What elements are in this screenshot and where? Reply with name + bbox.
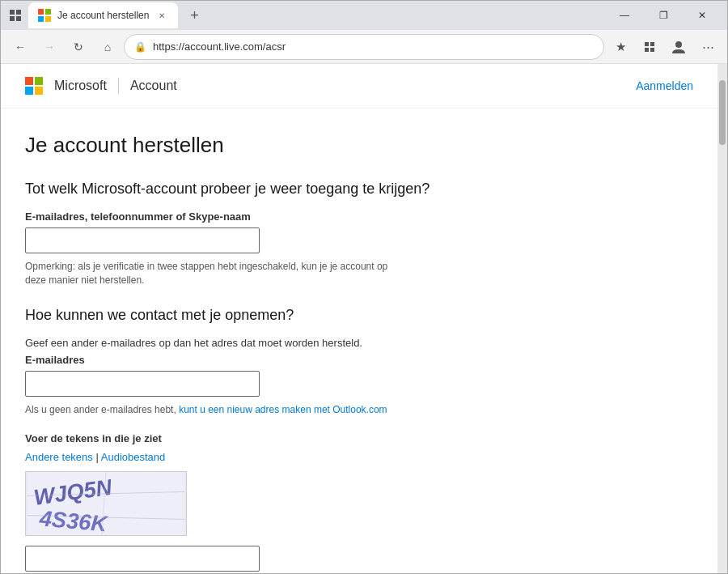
account-input[interactable] xyxy=(25,227,260,253)
svg-rect-4 xyxy=(38,9,44,15)
browser-tab[interactable]: Je account herstellen ✕ xyxy=(28,2,178,28)
captcha-label: Voer de tekens in die je ziet xyxy=(25,432,462,444)
email-input[interactable] xyxy=(25,371,260,397)
home-btn[interactable]: ⌂ xyxy=(95,34,121,60)
scrollbar[interactable] xyxy=(717,64,727,573)
field1-note: Opmerking: als je verificatie in twee st… xyxy=(25,260,389,287)
svg-rect-2 xyxy=(10,16,15,21)
form-area: Je account herstellen Tot welk Microsoft… xyxy=(1,108,486,573)
svg-rect-7 xyxy=(45,16,51,22)
profile-icon[interactable] xyxy=(666,34,692,60)
captcha-links: Andere tekens | Audiobestand xyxy=(25,451,462,463)
field2-label: E-mailadres xyxy=(25,354,462,366)
brand-name: Microsoft xyxy=(54,79,107,93)
refresh-btn[interactable]: ↻ xyxy=(66,34,91,60)
logo-blue xyxy=(25,87,33,95)
refresh-captcha-link[interactable]: Andere tekens xyxy=(25,451,93,463)
collections-icon[interactable] xyxy=(637,34,662,60)
page-wrapper: Microsoft Account Aanmelden Je account h… xyxy=(1,64,727,573)
header-divider xyxy=(118,78,119,94)
grid-icon[interactable] xyxy=(7,7,23,23)
logo-red xyxy=(25,77,33,85)
favorites-icon[interactable]: ★ xyxy=(607,34,633,60)
scrollbar-thumb[interactable] xyxy=(719,80,726,145)
svg-rect-0 xyxy=(10,10,15,15)
settings-icon[interactable]: ⋯ xyxy=(695,34,721,60)
tab-title: Je account herstellen xyxy=(57,10,149,21)
svg-rect-11 xyxy=(650,48,654,52)
no-email-note: Als u geen ander e-mailadres hebt, kunt … xyxy=(25,403,389,417)
maximize-btn[interactable]: ❐ xyxy=(645,2,682,28)
signin-link[interactable]: Aanmelden xyxy=(636,79,693,92)
microsoft-logo xyxy=(25,77,43,95)
captcha-section: Voer de tekens in die je ziet Andere tek… xyxy=(25,432,462,572)
close-btn[interactable]: ✕ xyxy=(684,2,721,28)
field1-label: E-mailadres, telefoonnummer of Skype-naa… xyxy=(25,210,462,223)
page-title: Je account herstellen xyxy=(25,133,462,158)
svg-rect-6 xyxy=(38,16,44,22)
new-tab-btn[interactable]: + xyxy=(183,4,205,27)
svg-rect-10 xyxy=(645,48,649,52)
tab-favicon xyxy=(38,9,51,22)
forward-btn[interactable]: → xyxy=(36,34,62,60)
lock-icon: 🔒 xyxy=(134,41,146,53)
svg-rect-1 xyxy=(16,10,21,15)
captcha-input[interactable] xyxy=(25,546,260,572)
logo-yellow xyxy=(35,87,43,95)
svg-rect-8 xyxy=(645,42,649,46)
address-bar[interactable]: 🔒 xyxy=(124,34,604,60)
svg-text:4S36K: 4S36K xyxy=(38,506,110,536)
section1-title: Tot welk Microsoft-account probeer je we… xyxy=(25,181,462,198)
audio-captcha-link[interactable]: Audiobestand xyxy=(101,451,166,463)
svg-rect-3 xyxy=(16,16,21,21)
address-input[interactable] xyxy=(153,40,594,53)
captcha-image: WJQ5N 4S36K xyxy=(25,471,187,536)
nav-bar: ← → ↻ ⌂ 🔒 ★ ⋯ xyxy=(1,30,727,64)
header-page-name: Account xyxy=(130,79,177,93)
contact-desc: Geef een ander e-mailadres op dan het ad… xyxy=(25,337,462,349)
outlook-link[interactable]: kunt u een nieuw adres maken met Outlook… xyxy=(179,404,387,415)
svg-rect-5 xyxy=(45,9,51,15)
section2-title: Hoe kunnen we contact met je opnemen? xyxy=(25,307,462,324)
svg-rect-9 xyxy=(650,42,654,46)
tab-close-btn[interactable]: ✕ xyxy=(155,9,168,22)
captcha-separator: | xyxy=(95,451,98,463)
svg-point-12 xyxy=(675,41,682,48)
no-email-text: Als u geen ander e-mailadres hebt, xyxy=(25,404,176,415)
page-content: Microsoft Account Aanmelden Je account h… xyxy=(1,64,717,573)
minimize-btn[interactable]: — xyxy=(606,2,643,28)
title-bar: Je account herstellen ✕ + — ❐ ✕ xyxy=(1,1,727,30)
back-btn[interactable]: ← xyxy=(7,34,33,60)
logo-green xyxy=(35,77,43,85)
ms-header: Microsoft Account Aanmelden xyxy=(1,64,717,108)
